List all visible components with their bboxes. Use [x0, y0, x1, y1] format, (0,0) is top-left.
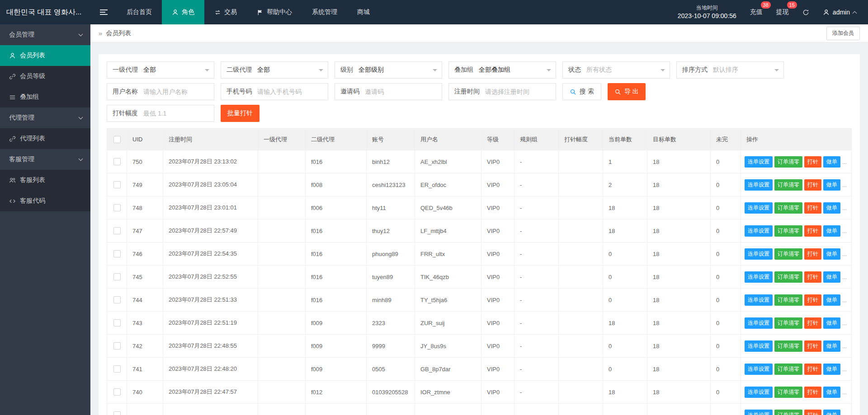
chain-order-settings-button[interactable]: 连单设置: [745, 248, 773, 260]
row-checkbox[interactable]: [113, 158, 121, 165]
inject-button[interactable]: 打针: [804, 202, 821, 214]
row-checkbox[interactable]: [113, 388, 121, 396]
row-checkbox[interactable]: [113, 204, 121, 211]
more-actions-button[interactable]: ...: [842, 297, 847, 303]
make-order-button[interactable]: 做单: [823, 364, 840, 375]
inject-button[interactable]: 打针: [804, 271, 821, 283]
add-member-button[interactable]: 添加会员: [826, 27, 860, 40]
inject-range-input[interactable]: [143, 105, 214, 121]
row-checkbox[interactable]: [113, 411, 121, 415]
more-actions-button[interactable]: ...: [842, 205, 847, 211]
inject-button[interactable]: 打针: [804, 317, 821, 329]
inject-button[interactable]: 打针: [804, 179, 821, 191]
make-order-button[interactable]: 做单: [823, 271, 840, 283]
order-clear-button[interactable]: 订单清零: [774, 179, 802, 191]
more-actions-button[interactable]: ...: [842, 228, 847, 234]
make-order-button[interactable]: 做单: [823, 156, 840, 168]
search-button[interactable]: 搜 索: [562, 83, 601, 100]
batch-inject-button[interactable]: 批量打针: [221, 105, 259, 122]
more-actions-button[interactable]: ...: [842, 366, 847, 372]
user-menu[interactable]: admin: [823, 9, 856, 16]
nav-item-mall[interactable]: 商城: [347, 0, 380, 24]
order-clear-button[interactable]: 订单清零: [774, 340, 802, 352]
username-input[interactable]: [143, 84, 214, 100]
order-clear-button[interactable]: 订单清零: [774, 156, 802, 168]
order-clear-button[interactable]: 订单清零: [774, 271, 802, 283]
chain-order-settings-button[interactable]: 连单设置: [745, 410, 773, 415]
agent2-select[interactable]: 二级代理全部: [221, 61, 328, 79]
export-button[interactable]: 导 出: [608, 83, 646, 100]
nav-item-system[interactable]: 系统管理: [302, 0, 347, 24]
invite-code-input[interactable]: [365, 84, 442, 100]
inject-button[interactable]: 打针: [804, 340, 821, 352]
sidebar-item[interactable]: 会员等级: [0, 66, 90, 87]
row-checkbox[interactable]: [113, 365, 121, 373]
inject-button[interactable]: 打针: [804, 410, 821, 415]
more-actions-button[interactable]: ...: [842, 274, 847, 280]
sidebar-item[interactable]: 叠加组: [0, 87, 90, 107]
make-order-button[interactable]: 做单: [823, 179, 840, 191]
chain-order-settings-button[interactable]: 连单设置: [745, 387, 773, 398]
order-clear-button[interactable]: 订单清零: [774, 248, 802, 260]
chain-order-settings-button[interactable]: 连单设置: [745, 294, 773, 306]
inject-button[interactable]: 打针: [804, 387, 821, 398]
sidebar-group-1[interactable]: 会员管理: [0, 24, 90, 45]
order-clear-button[interactable]: 订单清零: [774, 202, 802, 214]
chain-order-settings-button[interactable]: 连单设置: [745, 202, 773, 214]
nav-item-trade[interactable]: 交易: [204, 0, 247, 24]
nav-item-role[interactable]: 角色: [162, 0, 204, 24]
order-clear-button[interactable]: 订单清零: [774, 317, 802, 329]
agent1-select[interactable]: 一级代理全部: [107, 61, 214, 79]
sidebar-group-3[interactable]: 客服管理: [0, 149, 90, 170]
row-checkbox[interactable]: [113, 181, 121, 188]
row-checkbox[interactable]: [113, 227, 121, 234]
row-checkbox[interactable]: [113, 250, 121, 257]
level-select[interactable]: 级别全部级别: [335, 61, 442, 79]
chain-order-settings-button[interactable]: 连单设置: [745, 225, 773, 237]
make-order-button[interactable]: 做单: [823, 340, 840, 352]
inject-button[interactable]: 打针: [804, 248, 821, 260]
sidebar-item[interactable]: 会员列表: [0, 45, 90, 66]
make-order-button[interactable]: 做单: [823, 225, 840, 237]
inject-button[interactable]: 打针: [804, 225, 821, 237]
sort-select[interactable]: 排序方式默认排序: [676, 61, 784, 79]
row-checkbox[interactable]: [113, 296, 121, 303]
order-clear-button[interactable]: 订单清零: [774, 225, 802, 237]
register-time-input[interactable]: [485, 84, 556, 100]
chain-order-settings-button[interactable]: 连单设置: [745, 317, 773, 329]
chain-order-settings-button[interactable]: 连单设置: [745, 340, 773, 352]
phone-input[interactable]: [257, 84, 328, 100]
sidebar-item[interactable]: 客服列表: [0, 170, 90, 191]
row-checkbox[interactable]: [113, 273, 121, 280]
make-order-button[interactable]: 做单: [823, 410, 840, 415]
chain-order-settings-button[interactable]: 连单设置: [745, 364, 773, 375]
select-all-checkbox[interactable]: [113, 136, 121, 143]
more-actions-button[interactable]: ...: [842, 412, 847, 415]
sidebar-toggle-icon[interactable]: [90, 0, 117, 24]
inject-button[interactable]: 打针: [804, 294, 821, 306]
more-actions-button[interactable]: ...: [842, 343, 847, 349]
order-clear-button[interactable]: 订单清零: [774, 387, 802, 398]
nav-item-home[interactable]: 后台首页: [117, 0, 162, 24]
more-actions-button[interactable]: ...: [842, 251, 847, 257]
more-actions-button[interactable]: ...: [842, 320, 847, 326]
sidebar-item[interactable]: 客服代码: [0, 191, 90, 211]
order-clear-button[interactable]: 订单清零: [774, 364, 802, 375]
make-order-button[interactable]: 做单: [823, 317, 840, 329]
recharge-menu[interactable]: 充值 38: [750, 8, 763, 16]
status-select[interactable]: 状态所有状态: [562, 61, 670, 79]
chain-order-settings-button[interactable]: 连单设置: [745, 271, 773, 283]
refresh-icon[interactable]: [802, 9, 809, 16]
sidebar-group-2[interactable]: 代理管理: [0, 107, 90, 128]
chain-order-settings-button[interactable]: 连单设置: [745, 179, 773, 191]
make-order-button[interactable]: 做单: [823, 248, 840, 260]
order-clear-button[interactable]: 订单清零: [774, 410, 802, 415]
make-order-button[interactable]: 做单: [823, 202, 840, 214]
inject-button[interactable]: 打针: [804, 364, 821, 375]
sidebar-item[interactable]: 代理列表: [0, 128, 90, 149]
chain-order-settings-button[interactable]: 连单设置: [745, 156, 773, 168]
row-checkbox[interactable]: [113, 319, 121, 326]
withdraw-menu[interactable]: 提现 15: [776, 8, 789, 16]
more-actions-button[interactable]: ...: [842, 389, 847, 395]
more-actions-button[interactable]: ...: [842, 182, 847, 188]
